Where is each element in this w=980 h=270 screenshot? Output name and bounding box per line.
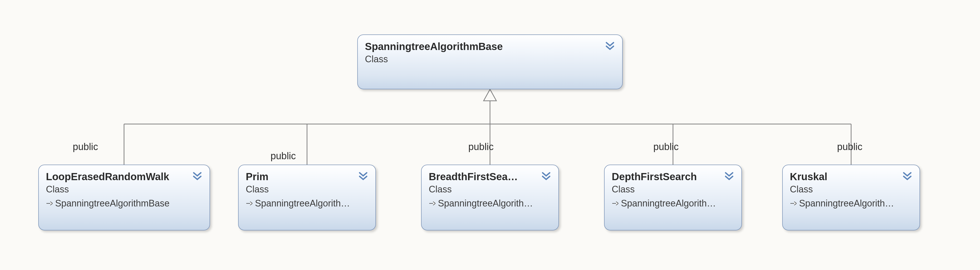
double-chevron-down-icon[interactable]: [605, 41, 615, 51]
inherits-text: SpanningtreeAlgorith…: [438, 198, 533, 208]
class-stereotype: Class: [612, 184, 734, 194]
class-box-prim[interactable]: Prim Class SpanningtreeAlgorith…: [238, 165, 376, 230]
class-inherits: SpanningtreeAlgorithmBase: [46, 198, 202, 208]
class-stereotype: Class: [790, 184, 912, 194]
visibility-label-looperased: public: [73, 142, 98, 152]
class-title: Kruskal: [790, 171, 912, 183]
visibility-label-prim: public: [270, 151, 296, 161]
class-inherits: SpanningtreeAlgorith…: [246, 198, 368, 208]
class-box-looperased[interactable]: LoopErasedRandomWalk Class SpanningtreeA…: [38, 165, 210, 230]
visibility-label-dfs: public: [653, 142, 679, 152]
inherits-arrow-icon: [46, 200, 52, 206]
class-title: Prim: [246, 171, 368, 183]
class-title: DepthFirstSearch: [612, 171, 734, 183]
class-inherits: SpanningtreeAlgorith…: [429, 198, 551, 208]
class-stereotype: Class: [429, 184, 551, 194]
visibility-label-kruskal: public: [837, 142, 862, 152]
double-chevron-down-icon[interactable]: [192, 171, 202, 181]
double-chevron-down-icon[interactable]: [724, 171, 734, 181]
inherits-text: SpanningtreeAlgorithmBase: [55, 198, 169, 208]
double-chevron-down-icon[interactable]: [541, 171, 551, 181]
double-chevron-down-icon[interactable]: [358, 171, 368, 181]
class-inherits: SpanningtreeAlgorith…: [790, 198, 912, 208]
inherits-arrow-icon: [246, 200, 252, 206]
class-title: LoopErasedRandomWalk: [46, 171, 202, 183]
class-stereotype: Class: [365, 54, 615, 64]
inherits-arrow-icon: [429, 200, 435, 206]
class-stereotype: Class: [246, 184, 368, 194]
class-inherits: SpanningtreeAlgorith…: [612, 198, 734, 208]
class-title: SpanningtreeAlgorithmBase: [365, 41, 615, 52]
class-title: BreadthFirstSea…: [429, 171, 551, 183]
class-box-bfs[interactable]: BreadthFirstSea… Class SpanningtreeAlgor…: [421, 165, 559, 230]
class-box-dfs[interactable]: DepthFirstSearch Class SpanningtreeAlgor…: [604, 165, 742, 230]
double-chevron-down-icon[interactable]: [902, 171, 912, 181]
inherits-text: SpanningtreeAlgorith…: [621, 198, 716, 208]
class-box-base[interactable]: SpanningtreeAlgorithmBase Class: [357, 35, 623, 89]
inherits-text: SpanningtreeAlgorith…: [799, 198, 894, 208]
inherits-text: SpanningtreeAlgorith…: [255, 198, 350, 208]
class-box-kruskal[interactable]: Kruskal Class SpanningtreeAlgorith…: [782, 165, 920, 230]
inherits-arrow-icon: [612, 200, 618, 206]
visibility-label-bfs: public: [468, 142, 493, 152]
class-stereotype: Class: [46, 184, 202, 194]
inherits-arrow-icon: [790, 200, 797, 206]
